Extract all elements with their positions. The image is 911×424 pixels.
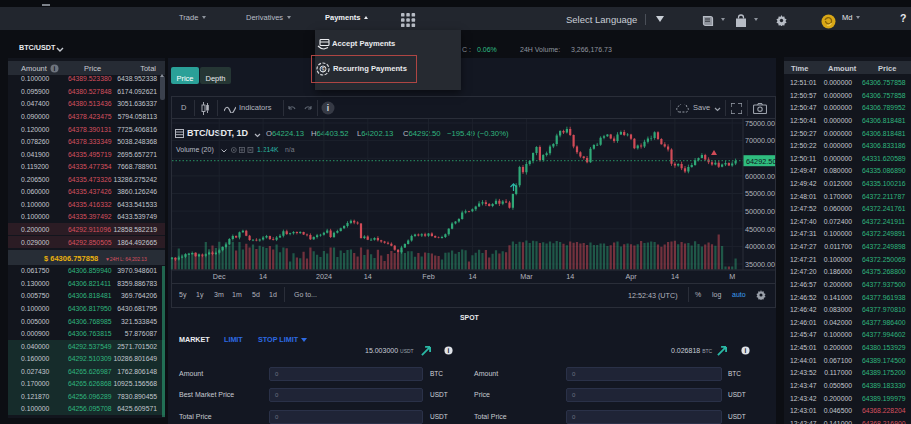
svg-text:60000.00: 60000.00 [745,172,775,181]
svg-text:50000.00: 50000.00 [745,207,775,216]
svg-text:i: i [745,347,747,354]
svg-text:Mar: Mar [520,272,533,281]
svg-text:55000.00: 55000.00 [745,189,775,198]
svg-text:14: 14 [259,272,267,281]
svg-text:14: 14 [468,272,476,281]
svg-text:75000.00: 75000.00 [745,119,775,128]
svg-text:14: 14 [364,272,372,281]
svg-text:Feb: Feb [422,272,434,281]
svg-text:i: i [448,347,450,354]
svg-text:Apr: Apr [625,272,637,281]
svg-text:64292.50: 64292.50 [746,157,776,166]
svg-text:35000.00: 35000.00 [745,260,775,269]
svg-text:14: 14 [566,272,574,281]
svg-text:40000.00: 40000.00 [745,242,775,251]
svg-text:2024: 2024 [316,272,332,281]
svg-text:70000.00: 70000.00 [745,136,775,145]
svg-text:14: 14 [671,272,679,281]
svg-text:Dec: Dec [213,272,226,281]
svg-text:M: M [729,272,735,281]
svg-text:$: $ [321,66,325,73]
svg-text:45000.00: 45000.00 [745,225,775,234]
